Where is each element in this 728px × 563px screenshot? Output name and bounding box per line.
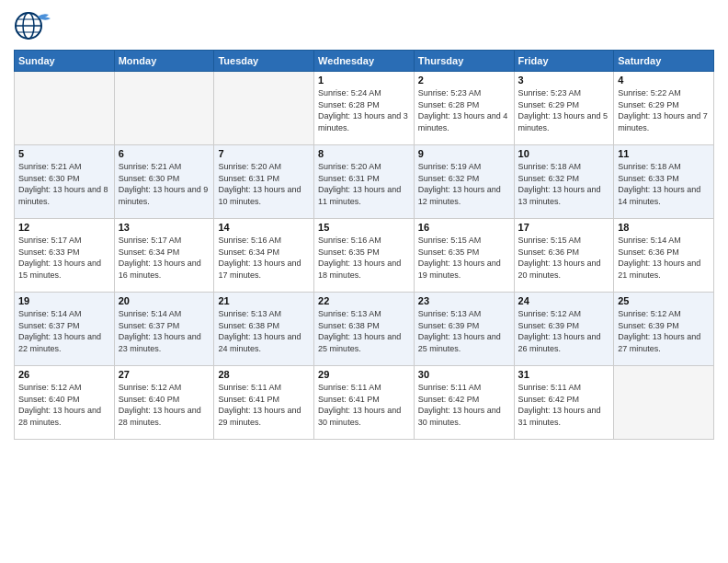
day-number: 23 (418, 295, 510, 306)
calendar-cell: 28Sunrise: 5:11 AMSunset: 6:41 PMDayligh… (214, 366, 314, 440)
day-info: Sunrise: 5:17 AMSunset: 6:33 PMDaylight:… (18, 235, 110, 281)
weekday-header: Wednesday (314, 51, 415, 72)
day-info: Sunrise: 5:15 AMSunset: 6:35 PMDaylight:… (418, 235, 510, 281)
day-info: Sunrise: 5:21 AMSunset: 6:30 PMDaylight:… (18, 161, 110, 207)
calendar-cell: 20Sunrise: 5:14 AMSunset: 6:37 PMDayligh… (114, 293, 214, 366)
calendar-cell: 30Sunrise: 5:11 AMSunset: 6:42 PMDayligh… (414, 366, 514, 440)
calendar-cell: 17Sunrise: 5:15 AMSunset: 6:36 PMDayligh… (514, 219, 614, 293)
calendar-week-row: 26Sunrise: 5:12 AMSunset: 6:40 PMDayligh… (15, 366, 714, 440)
day-number: 27 (119, 369, 210, 380)
calendar-cell: 21Sunrise: 5:13 AMSunset: 6:38 PMDayligh… (214, 293, 314, 366)
day-number: 31 (518, 369, 610, 380)
day-info: Sunrise: 5:12 AMSunset: 6:39 PMDaylight:… (618, 308, 710, 354)
calendar-cell: 2Sunrise: 5:23 AMSunset: 6:28 PMDaylight… (414, 72, 514, 145)
calendar-cell: 18Sunrise: 5:14 AMSunset: 6:36 PMDayligh… (614, 219, 714, 293)
weekday-header: Thursday (414, 51, 514, 72)
day-info: Sunrise: 5:12 AMSunset: 6:40 PMDaylight:… (18, 382, 110, 428)
day-number: 26 (18, 369, 110, 380)
day-number: 30 (418, 369, 510, 380)
day-number: 1 (318, 75, 410, 86)
calendar-cell: 25Sunrise: 5:12 AMSunset: 6:39 PMDayligh… (614, 293, 714, 366)
calendar-page: SundayMondayTuesdayWednesdayThursdayFrid… (0, 0, 728, 563)
day-info: Sunrise: 5:24 AMSunset: 6:28 PMDaylight:… (318, 87, 410, 133)
calendar-cell (15, 72, 115, 145)
day-info: Sunrise: 5:21 AMSunset: 6:30 PMDaylight:… (119, 161, 210, 207)
day-info: Sunrise: 5:14 AMSunset: 6:37 PMDaylight:… (18, 308, 110, 354)
day-info: Sunrise: 5:14 AMSunset: 6:36 PMDaylight:… (618, 235, 710, 281)
day-number: 14 (218, 222, 310, 233)
calendar-cell: 24Sunrise: 5:12 AMSunset: 6:39 PMDayligh… (514, 293, 614, 366)
day-number: 4 (618, 75, 710, 86)
day-number: 21 (218, 295, 310, 306)
day-number: 16 (418, 222, 510, 233)
day-info: Sunrise: 5:13 AMSunset: 6:39 PMDaylight:… (418, 308, 510, 354)
day-info: Sunrise: 5:11 AMSunset: 6:41 PMDaylight:… (218, 382, 310, 428)
calendar-cell: 27Sunrise: 5:12 AMSunset: 6:40 PMDayligh… (114, 366, 214, 440)
day-number: 15 (318, 222, 410, 233)
calendar-cell: 12Sunrise: 5:17 AMSunset: 6:33 PMDayligh… (15, 219, 115, 293)
weekday-header: Monday (114, 51, 214, 72)
calendar-week-row: 1Sunrise: 5:24 AMSunset: 6:28 PMDaylight… (15, 72, 714, 145)
day-number: 22 (318, 295, 410, 306)
day-number: 3 (518, 75, 610, 86)
weekday-header: Saturday (614, 51, 714, 72)
day-number: 7 (218, 148, 310, 159)
calendar-cell: 9Sunrise: 5:19 AMSunset: 6:32 PMDaylight… (414, 145, 514, 219)
calendar-cell: 3Sunrise: 5:23 AMSunset: 6:29 PMDaylight… (514, 72, 614, 145)
weekday-header: Sunday (15, 51, 115, 72)
day-info: Sunrise: 5:11 AMSunset: 6:41 PMDaylight:… (318, 382, 410, 428)
calendar-cell: 5Sunrise: 5:21 AMSunset: 6:30 PMDaylight… (15, 145, 115, 219)
calendar-cell: 16Sunrise: 5:15 AMSunset: 6:35 PMDayligh… (414, 219, 514, 293)
calendar-header-row: SundayMondayTuesdayWednesdayThursdayFrid… (15, 51, 714, 72)
calendar-cell: 10Sunrise: 5:18 AMSunset: 6:32 PMDayligh… (514, 145, 614, 219)
day-number: 11 (618, 148, 710, 159)
day-number: 24 (518, 295, 610, 306)
calendar-cell (114, 72, 214, 145)
calendar-cell: 4Sunrise: 5:22 AMSunset: 6:29 PMDaylight… (614, 72, 714, 145)
calendar-cell: 6Sunrise: 5:21 AMSunset: 6:30 PMDaylight… (114, 145, 214, 219)
day-number: 8 (318, 148, 410, 159)
calendar-week-row: 19Sunrise: 5:14 AMSunset: 6:37 PMDayligh… (15, 293, 714, 366)
day-info: Sunrise: 5:20 AMSunset: 6:31 PMDaylight:… (318, 161, 410, 207)
day-info: Sunrise: 5:14 AMSunset: 6:37 PMDaylight:… (119, 308, 210, 354)
calendar-cell: 8Sunrise: 5:20 AMSunset: 6:31 PMDaylight… (314, 145, 415, 219)
day-info: Sunrise: 5:12 AMSunset: 6:40 PMDaylight:… (119, 382, 210, 428)
calendar-cell: 11Sunrise: 5:18 AMSunset: 6:33 PMDayligh… (614, 145, 714, 219)
day-number: 25 (618, 295, 710, 306)
calendar-cell: 13Sunrise: 5:17 AMSunset: 6:34 PMDayligh… (114, 219, 214, 293)
day-info: Sunrise: 5:18 AMSunset: 6:32 PMDaylight:… (518, 161, 610, 207)
day-number: 2 (418, 75, 510, 86)
calendar-week-row: 12Sunrise: 5:17 AMSunset: 6:33 PMDayligh… (15, 219, 714, 293)
day-number: 6 (119, 148, 210, 159)
weekday-header: Friday (514, 51, 614, 72)
day-number: 20 (119, 295, 210, 306)
day-number: 5 (18, 148, 110, 159)
calendar-cell: 1Sunrise: 5:24 AMSunset: 6:28 PMDaylight… (314, 72, 415, 145)
day-number: 18 (618, 222, 710, 233)
day-info: Sunrise: 5:18 AMSunset: 6:33 PMDaylight:… (618, 161, 710, 207)
day-info: Sunrise: 5:11 AMSunset: 6:42 PMDaylight:… (518, 382, 610, 428)
calendar-cell (214, 72, 314, 145)
day-info: Sunrise: 5:19 AMSunset: 6:32 PMDaylight:… (418, 161, 510, 207)
day-info: Sunrise: 5:11 AMSunset: 6:42 PMDaylight:… (418, 382, 510, 428)
day-info: Sunrise: 5:12 AMSunset: 6:39 PMDaylight:… (518, 308, 610, 354)
day-number: 10 (518, 148, 610, 159)
calendar-cell: 14Sunrise: 5:16 AMSunset: 6:34 PMDayligh… (214, 219, 314, 293)
day-number: 29 (318, 369, 410, 380)
day-info: Sunrise: 5:22 AMSunset: 6:29 PMDaylight:… (618, 87, 710, 133)
day-number: 13 (119, 222, 210, 233)
day-info: Sunrise: 5:23 AMSunset: 6:29 PMDaylight:… (518, 87, 610, 133)
calendar-cell: 15Sunrise: 5:16 AMSunset: 6:35 PMDayligh… (314, 219, 415, 293)
day-info: Sunrise: 5:17 AMSunset: 6:34 PMDaylight:… (119, 235, 210, 281)
day-number: 19 (18, 295, 110, 306)
day-number: 17 (518, 222, 610, 233)
day-number: 9 (418, 148, 510, 159)
day-info: Sunrise: 5:20 AMSunset: 6:31 PMDaylight:… (218, 161, 310, 207)
calendar-cell: 29Sunrise: 5:11 AMSunset: 6:41 PMDayligh… (314, 366, 415, 440)
day-number: 28 (218, 369, 310, 380)
page-header (14, 9, 714, 42)
calendar-cell (614, 366, 714, 440)
day-info: Sunrise: 5:16 AMSunset: 6:35 PMDaylight:… (318, 235, 410, 281)
day-info: Sunrise: 5:13 AMSunset: 6:38 PMDaylight:… (318, 308, 410, 354)
day-info: Sunrise: 5:23 AMSunset: 6:28 PMDaylight:… (418, 87, 510, 133)
